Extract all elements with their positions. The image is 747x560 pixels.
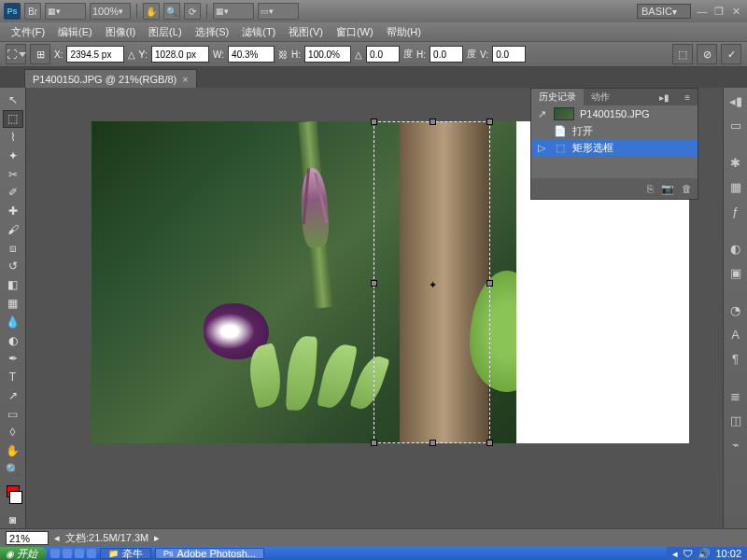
hand-tool[interactable]: ✋	[3, 442, 23, 460]
dock-char-icon[interactable]: A	[726, 325, 745, 343]
history-source-icon[interactable]: ▷	[535, 141, 548, 154]
panel-menu-icon[interactable]: ≡	[677, 89, 698, 105]
menu-edit[interactable]: 编辑(E)	[52, 23, 98, 41]
maximize-button[interactable]: ❐	[712, 5, 726, 18]
3d-tool[interactable]: ◊	[3, 424, 23, 441]
history-tab[interactable]: 历史记录	[531, 89, 584, 105]
menu-layer[interactable]: 图层(L)	[143, 23, 187, 41]
dock-para-icon[interactable]: ¶	[726, 349, 745, 368]
dock-adjustments-icon[interactable]: ◐	[726, 239, 745, 258]
status-dropdown-icon[interactable]: ▸	[154, 532, 160, 544]
history-step-open[interactable]: 📄 打开	[531, 122, 698, 139]
hand-tool-icon[interactable]: ✋	[143, 3, 160, 20]
zoom-tool[interactable]: 🔍	[3, 461, 23, 479]
marquee-tool[interactable]: ⬚	[3, 110, 23, 128]
dock-paths-icon[interactable]: ⌁	[726, 435, 745, 454]
ql-icon-1[interactable]	[50, 549, 60, 558]
move-tool[interactable]: ↖	[3, 91, 23, 109]
dodge-tool[interactable]: ◐	[3, 331, 23, 349]
gradient-tool[interactable]: ▦	[3, 295, 23, 313]
start-button[interactable]: ◉ 开始	[0, 547, 47, 560]
transform-center-icon[interactable]: ✦	[429, 279, 437, 291]
shape-tool[interactable]: ▭	[3, 405, 23, 423]
dock-layers-icon[interactable]: ≣	[726, 386, 745, 405]
menu-select[interactable]: 选择(S)	[190, 23, 235, 41]
cancel-transform-icon[interactable]: ⊘	[697, 44, 717, 64]
background-color[interactable]	[9, 491, 22, 503]
dock-channels-icon[interactable]: ◫	[726, 411, 745, 429]
type-tool[interactable]: T	[3, 369, 23, 386]
menu-filter[interactable]: 滤镜(T)	[236, 23, 281, 41]
history-step-marquee[interactable]: ▷ ⬚ 矩形选框	[531, 139, 698, 156]
taskbar-app-folder[interactable]: 📁 牵牛	[100, 548, 151, 559]
hskew-field[interactable]: 0.0	[430, 46, 463, 63]
dock-expand-icon[interactable]: ◂▮	[726, 91, 745, 110]
wand-tool[interactable]: ✦	[3, 147, 23, 164]
lasso-tool[interactable]: ⌇	[3, 129, 23, 147]
pen-tool[interactable]: ✒	[3, 350, 23, 368]
close-button[interactable]: ✕	[728, 5, 743, 18]
history-snapshot[interactable]: ↗ P1400150.JPG	[531, 105, 698, 122]
new-snapshot-icon[interactable]: 📷	[661, 183, 674, 195]
zoom-dropdown[interactable]: 100%▾	[90, 3, 131, 20]
taskbar-app-photoshop[interactable]: Ps Adobe Photosh...	[155, 548, 264, 559]
menu-image[interactable]: 图像(I)	[100, 23, 141, 41]
y-field[interactable]: 1028.0 px	[151, 46, 209, 63]
link-icon[interactable]: ⛓	[278, 49, 288, 60]
document-tab[interactable]: P1400150.JPG @ 21%(RGB/8) ×	[24, 69, 197, 88]
crop-tool[interactable]: ✂	[3, 165, 23, 183]
menu-help[interactable]: 帮助(H)	[381, 23, 427, 41]
scroll-left-icon[interactable]: ◂	[54, 532, 60, 544]
healing-tool[interactable]: ✚	[3, 203, 23, 220]
path-tool[interactable]: ↗	[3, 387, 23, 405]
commit-transform-icon[interactable]: ✓	[721, 44, 741, 64]
workspace-dropdown[interactable]: BASIC ▾	[637, 4, 691, 19]
ql-icon-2[interactable]	[63, 549, 72, 558]
ql-icon-4[interactable]	[87, 549, 96, 558]
blur-tool[interactable]: 💧	[3, 313, 23, 330]
system-tray[interactable]: ◂ 🛡 🔊 10:02	[667, 547, 747, 560]
minimize-button[interactable]: —	[695, 5, 710, 18]
menu-file[interactable]: 文件(F)	[6, 23, 50, 41]
dock-history-icon[interactable]: ▭	[726, 116, 745, 134]
layout-dropdown[interactable]: ▦▾	[45, 3, 86, 20]
w-field[interactable]: 40.3%	[228, 46, 275, 63]
warp-mode-icon[interactable]: ⬚	[672, 44, 693, 64]
eraser-tool[interactable]: ◧	[3, 276, 23, 294]
tray-icon-1[interactable]: ◂	[672, 548, 678, 560]
eyedropper-tool[interactable]: ✐	[3, 184, 23, 202]
transform-icon[interactable]: ⛶	[6, 44, 26, 64]
x-field[interactable]: 2394.5 px	[66, 46, 124, 63]
tray-icon-3[interactable]: 🔊	[698, 548, 711, 560]
menu-view[interactable]: 视图(V)	[283, 23, 329, 41]
arrange-dropdown[interactable]: ▦▾	[213, 3, 254, 20]
dock-masks-icon[interactable]: ▣	[726, 263, 745, 282]
tab-close-icon[interactable]: ×	[182, 74, 188, 85]
canvas-area[interactable]: ✦ 历史记录 动作 ▸▮ ≡ ↗ P1400150.JPG 📄	[26, 88, 723, 528]
new-doc-from-state-icon[interactable]: ⎘	[647, 183, 654, 194]
h-field[interactable]: 100.0%	[304, 46, 351, 63]
menu-window[interactable]: 窗口(W)	[331, 23, 379, 41]
zoom-tool-icon[interactable]: 🔍	[163, 3, 180, 20]
panel-collapse-icon[interactable]: ▸▮	[652, 89, 677, 105]
reference-point-icon[interactable]: ⊞	[30, 44, 50, 64]
bridge-icon[interactable]: Br	[24, 3, 41, 20]
zoom-field[interactable]: 21%	[6, 531, 49, 545]
vskew-field[interactable]: 0.0	[492, 46, 526, 63]
tray-icon-2[interactable]: 🛡	[683, 548, 693, 559]
dock-styles-icon[interactable]: ƒ	[726, 202, 745, 220]
ql-icon-3[interactable]	[75, 549, 84, 558]
screen-mode-dropdown[interactable]: ▭▾	[258, 3, 299, 20]
angle-field[interactable]: 0.0	[366, 46, 400, 63]
history-brush-tool[interactable]: ↺	[3, 258, 23, 275]
rotate-view-icon[interactable]: ⟳	[184, 3, 201, 20]
actions-tab[interactable]: 动作	[584, 89, 617, 105]
dock-swatches-icon[interactable]: ▦	[726, 177, 745, 196]
stamp-tool[interactable]: ⧇	[3, 239, 23, 257]
transform-selection[interactable]: ✦	[374, 121, 490, 443]
dock-info-icon[interactable]: ◔	[726, 301, 745, 319]
dock-color-icon[interactable]: ✱	[726, 153, 745, 172]
quickmask-tool[interactable]: ◙	[3, 511, 23, 528]
delete-state-icon[interactable]: 🗑	[682, 183, 692, 194]
brush-tool[interactable]: 🖌	[3, 220, 23, 238]
